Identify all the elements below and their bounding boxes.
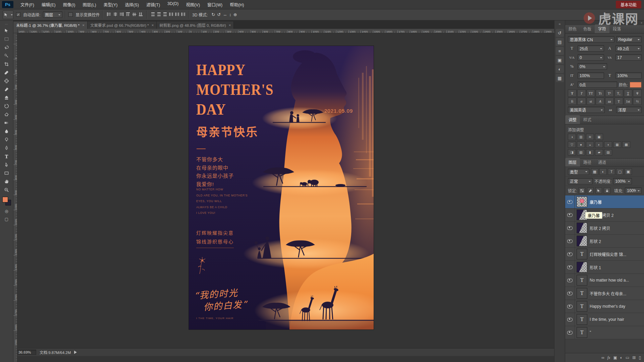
align-top-icon[interactable] (126, 12, 130, 17)
blend-mode-select[interactable]: 正常 (568, 178, 593, 184)
adjustment-layer-filter-icon[interactable]: ◐ (599, 168, 607, 175)
layer-row[interactable]: 康乃馨 (565, 195, 644, 208)
panel-tab[interactable]: 色板 (580, 24, 595, 33)
menu-item[interactable]: 选择(S) (121, 0, 143, 9)
kerning-select[interactable]: 0 (578, 54, 604, 61)
color-lookup-icon[interactable]: ▩ (622, 141, 630, 148)
font-style-select[interactable]: Regular (616, 36, 642, 43)
3d-rotate-icon[interactable]: ↻ (210, 12, 216, 17)
healing-brush-tool[interactable] (2, 77, 11, 85)
layer-row[interactable]: Happy mother's day (565, 300, 644, 313)
swash-icon[interactable]: A (596, 98, 604, 105)
toolbar-grip[interactable]: ⋯ (5, 22, 8, 26)
close-tab-icon[interactable] (82, 23, 85, 27)
history-panel-icon[interactable]: ↺ (556, 29, 564, 37)
status-options-arrow-icon[interactable] (74, 351, 78, 354)
type-tool[interactable] (2, 152, 11, 161)
layer-visibility-toggle[interactable] (565, 235, 575, 247)
baseline-shift-field[interactable]: 0点 (578, 81, 617, 88)
menu-item[interactable]: 滤镜(T) (143, 0, 164, 9)
new-layer-icon[interactable]: ⊞ (632, 355, 636, 360)
menu-item[interactable]: 编辑(E) (38, 0, 59, 9)
posterize-icon[interactable]: ▧ (577, 149, 585, 156)
horizontal-ruler[interactable]: 1400130012001100100090080070060050040030… (17, 29, 554, 33)
layer-row[interactable]: 形状 2 (565, 235, 644, 248)
horizontal-scale-field[interactable]: 100% (615, 72, 642, 79)
selective-color-icon[interactable]: ▨ (604, 149, 612, 156)
color-balance-icon[interactable]: ◒ (586, 141, 594, 148)
layer-visibility-toggle[interactable] (565, 313, 575, 326)
show-transform-checkbox[interactable] (68, 12, 73, 17)
marquee-tool[interactable] (2, 35, 11, 43)
distribute-center-h-icon[interactable] (175, 12, 179, 16)
font-family-select[interactable]: 思源黑体 CN (568, 36, 614, 43)
contextual-alternates-icon[interactable]: σ (577, 98, 586, 105)
superscript-icon[interactable]: T¹ (605, 89, 614, 97)
document-tab[interactable]: 文案要求.psd @ 66.7%(RGB/8#) * (88, 21, 157, 29)
document-tab[interactable]: 未标题-1 @ 36.7% (康乃馨, RGB/8) * (13, 21, 88, 29)
text-color-swatch[interactable] (630, 82, 642, 88)
document-tab[interactable]: 树剪影.png @ 48.8% (图层 0, RGB/8#) (157, 21, 234, 29)
layer-thumbnail[interactable] (577, 223, 587, 233)
layer-row[interactable]: 形状 2 拷贝 2 (565, 208, 644, 222)
current-tool-preset[interactable] (3, 10, 13, 19)
layer-row[interactable]: 灯辉映耀指尖意 锦... (565, 248, 644, 261)
foreground-color-swatch[interactable] (2, 197, 8, 202)
black-white-icon[interactable]: ◐ (595, 141, 603, 148)
small-caps-icon[interactable]: Tt (596, 89, 604, 97)
eyedropper-tool[interactable] (2, 68, 11, 77)
3d-slide-icon[interactable]: ↕ (228, 12, 232, 17)
3d-roll-icon[interactable]: ↺ (216, 12, 222, 17)
titling-alternates-icon[interactable]: T (614, 98, 623, 105)
menu-item[interactable]: 帮助(H) (226, 0, 248, 9)
clone-stamp-tool[interactable] (2, 94, 11, 102)
layer-thumbnail[interactable] (577, 196, 587, 207)
stylistic-alternates-icon[interactable]: aa (605, 98, 614, 105)
faux-italic-icon[interactable]: T (577, 89, 586, 97)
crop-tool[interactable] (2, 60, 11, 68)
curves-icon[interactable]: ≋ (586, 134, 594, 140)
leading-select[interactable]: 49.2点 (615, 45, 642, 52)
fill-field[interactable]: 100% (625, 187, 642, 194)
distribute-center-v-icon[interactable] (157, 12, 161, 16)
align-right-icon[interactable] (119, 12, 124, 16)
vertical-ruler[interactable]: 0100200300400500600700800900100011001200… (13, 33, 17, 362)
discretionary-ligatures-icon[interactable]: st (587, 98, 595, 105)
align-center-v-icon[interactable] (132, 12, 137, 17)
info-panel-icon[interactable]: ≡ (556, 47, 564, 55)
layer-thumbnail[interactable] (577, 301, 587, 312)
new-group-icon[interactable]: ▭ (626, 355, 629, 360)
panel-tab[interactable]: 调整 (565, 115, 580, 124)
gradient-tool[interactable] (2, 119, 11, 127)
layer-thumbnail[interactable] (577, 288, 587, 299)
layer-row[interactable]: 不管你多大 在母亲... (565, 287, 644, 300)
auto-select-target-select[interactable]: 图层 (43, 11, 62, 18)
layer-visibility-toggle[interactable] (565, 274, 575, 287)
layer-row[interactable]: 形状 2 拷贝 (565, 222, 644, 235)
fractions-icon[interactable]: ½ (633, 98, 642, 105)
expand-panels-icon[interactable]: « (558, 22, 560, 26)
layer-mask-icon[interactable]: ▣ (613, 355, 617, 360)
antialias-select[interactable]: 浑厚 (616, 107, 642, 113)
dodge-tool[interactable] (2, 135, 11, 144)
all-caps-icon[interactable]: TT (587, 89, 595, 97)
lock-transparent-pixels-icon[interactable] (579, 187, 585, 194)
distribute-top-icon[interactable] (151, 12, 155, 16)
menu-item[interactable]: 图像(I) (59, 0, 79, 9)
exposure-icon[interactable]: ▣ (595, 134, 603, 140)
blur-tool[interactable] (2, 127, 11, 135)
menu-item[interactable]: 视图(V) (182, 0, 204, 9)
smart-object-filter-icon[interactable]: ▣ (625, 168, 632, 175)
subscript-icon[interactable]: T₁ (614, 89, 623, 97)
brightness-contrast-icon[interactable]: ◑ (568, 134, 576, 140)
pixel-layer-filter-icon[interactable]: ▦ (591, 168, 598, 175)
opacity-field[interactable]: 100% (613, 178, 632, 184)
menu-item[interactable]: 文件(F) (17, 0, 38, 9)
layer-row[interactable]: I the time, your hair (565, 313, 644, 326)
workspace-button[interactable]: 基本功能 (616, 1, 641, 8)
new-adjustment-layer-icon[interactable]: ◐ (620, 355, 623, 360)
layer-thumbnail[interactable] (577, 275, 587, 286)
underline-icon[interactable]: T (624, 89, 633, 97)
path-selection-tool[interactable] (2, 161, 11, 169)
actions-panel-icon[interactable]: ▣ (556, 56, 564, 64)
